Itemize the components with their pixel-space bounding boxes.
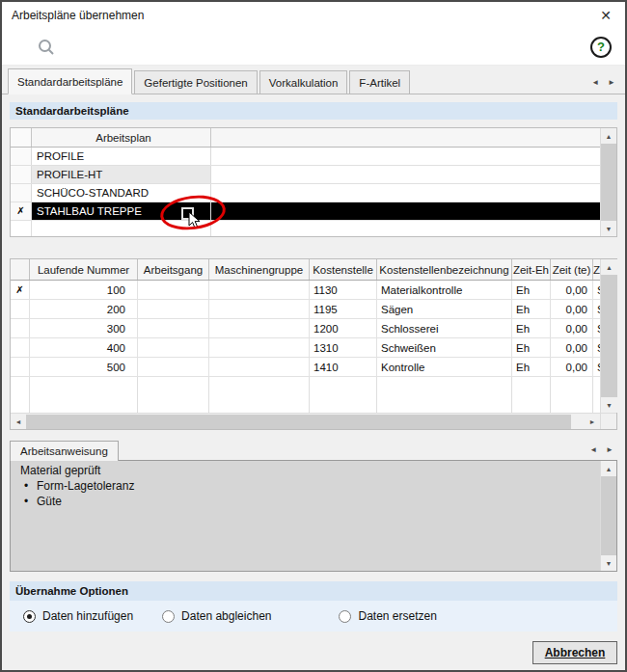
tab-nav: ◄ ► — [591, 79, 619, 94]
tab-scroll-right-icon[interactable]: ► — [606, 446, 613, 454]
tab-scroll-left-icon[interactable]: ◄ — [589, 446, 597, 454]
scroll-up-icon[interactable]: ▲ — [601, 128, 616, 144]
details-gutter-header — [11, 259, 30, 280]
radio-button-icon[interactable] — [162, 610, 175, 623]
cancel-button[interactable]: Abbrechen — [532, 641, 617, 664]
column-header-zeit-te[interactable]: Zeit (te) — [551, 259, 593, 280]
radio-button-icon[interactable] — [339, 610, 351, 623]
plan-row-stahlbau-treppe[interactable]: ✗ STAHLBAU TREPPE — [11, 202, 600, 221]
column-header-laufende-nummer[interactable]: Laufende Nummer — [30, 259, 138, 280]
scrollbar-thumb[interactable] — [601, 476, 616, 555]
scrollbar-thumb[interactable] — [26, 415, 571, 429]
column-header-maschinengruppe[interactable]: Maschinengruppe — [209, 259, 310, 280]
scroll-up-icon[interactable]: ▲ — [601, 259, 617, 275]
cell-zeit-eh: Eh — [512, 358, 551, 376]
cell-arbeitsgang — [138, 281, 209, 299]
tab-standardarbeitsplaene[interactable]: Standardarbeitspläne — [8, 68, 132, 94]
cell-arbeitsgang — [138, 300, 209, 318]
tab-arbeitsanweisung[interactable]: Arbeitsanweisung — [10, 441, 119, 461]
cell-kostenstelle: 1130 — [310, 281, 377, 299]
detail-row[interactable]: 500 1410 Kontrolle Eh 0,00 S — [11, 358, 600, 377]
detail-row[interactable]: 300 1200 Schlosserei Eh 0,00 S — [11, 319, 600, 338]
cell-zeit-te: 0,00 — [551, 300, 593, 318]
plans-vertical-scrollbar[interactable]: ▲ ▼ — [600, 128, 616, 236]
details-right-rail: ▲ ▼ — [600, 259, 616, 429]
scrollbar-thumb[interactable] — [601, 144, 616, 221]
detail-row[interactable]: 200 1195 Sägen Eh 0,00 S — [11, 300, 600, 319]
section-header-uebernahme-optionen: Übernahme Optionen — [10, 581, 617, 601]
tab-scroll-right-icon[interactable]: ► — [608, 79, 615, 87]
column-header-zeit-eh[interactable]: Zeit-Eh — [512, 259, 551, 280]
plan-row-profile[interactable]: PROFILE — [11, 148, 600, 166]
arbeitsanweisung-textbox[interactable]: Material geprüft • Form-Lagetoleranz • G… — [10, 460, 617, 572]
scroll-down-icon[interactable]: ▼ — [601, 555, 616, 571]
gridline — [309, 377, 310, 413]
plan-row-profile-ht[interactable]: PROFILE-HT — [11, 166, 600, 184]
details-grid-empty-area — [11, 377, 600, 413]
radio-button-icon[interactable] — [23, 610, 36, 623]
details-vertical-scrollbar[interactable]: ▲ ▼ — [601, 259, 617, 413]
window-title: Arbeitspläne übernehmen — [12, 9, 144, 22]
cell-clipped: S — [593, 319, 600, 337]
cell-clipped: S — [593, 300, 600, 318]
detail-row[interactable]: 400 1310 Schweißen Eh 0,00 S — [11, 338, 600, 358]
tab-vorkalkulation[interactable]: Vorkalkulation — [259, 70, 348, 94]
scrollbar-thumb[interactable] — [601, 275, 617, 397]
scroll-down-icon[interactable]: ▼ — [601, 397, 617, 413]
plan-name: STAHLBAU TREPPE — [32, 202, 211, 220]
search-icon[interactable] — [37, 38, 56, 57]
cell-clipped: S — [593, 338, 600, 357]
cell-kostenstellenbezeichnung: Schlosserei — [377, 319, 512, 337]
plan-row-schueco-standard[interactable]: SCHÜCO-STANDARD — [11, 184, 600, 202]
scroll-left-icon[interactable]: ◄ — [11, 418, 26, 425]
cell-maschinengruppe — [209, 300, 310, 318]
plans-grid-header: Arbeitsplan — [11, 128, 600, 148]
cell-arbeitsgang — [138, 358, 209, 376]
tab-gefertigte-positionen[interactable]: Gefertigte Positionen — [134, 70, 257, 94]
bullet-icon: • — [20, 495, 32, 508]
arbeitsanweisung-text: Material geprüft • Form-Lagetoleranz • G… — [11, 461, 600, 571]
cell-kostenstellenbezeichnung: Sägen — [377, 300, 512, 318]
detail-row[interactable]: ✗ 100 1130 Materialkontrolle Eh 0,00 S — [11, 281, 600, 300]
radio-daten-ersetzen[interactable]: Daten ersetzen — [339, 609, 436, 623]
plan-name: PROFILE — [32, 148, 211, 165]
help-question-glyph: ? — [597, 40, 605, 53]
column-header-kostenstelle[interactable]: Kostenstelle — [310, 259, 377, 280]
cell-zeit-te: 0,00 — [551, 319, 593, 337]
main-tab-strip: Standardarbeitspläne Gefertigte Position… — [2, 66, 625, 94]
gridline — [208, 377, 209, 413]
cell-kostenstellenbezeichnung: Schweißen — [377, 338, 512, 357]
scroll-right-icon[interactable]: ► — [585, 418, 600, 425]
scroll-down-icon[interactable]: ▼ — [601, 221, 616, 236]
scroll-up-icon[interactable]: ▲ — [601, 461, 616, 476]
cell-zeit-eh: Eh — [512, 338, 551, 357]
cell-kostenstelle: 1310 — [310, 338, 377, 357]
radio-daten-abgleichen[interactable]: Daten abgleichen — [162, 609, 271, 623]
column-header-arbeitsgang[interactable]: Arbeitsgang — [138, 259, 209, 280]
cell-zeit-te: 0,00 — [551, 358, 593, 376]
close-icon[interactable]: ✕ — [596, 9, 615, 22]
cell-zeit-eh: Eh — [512, 319, 551, 337]
anweisung-line: • Güte — [11, 494, 600, 509]
cell-zeit-te: 0,00 — [551, 338, 593, 357]
details-horizontal-scrollbar[interactable]: ◄ ► — [11, 413, 600, 429]
cell-zeit-eh: Eh — [512, 300, 551, 318]
gridline — [376, 377, 377, 413]
column-header-clipped[interactable]: Z — [593, 259, 600, 280]
row-marker-icon: ✗ — [15, 285, 23, 295]
tab-scroll-left-icon[interactable]: ◄ — [591, 79, 599, 87]
help-icon[interactable]: ? — [590, 37, 612, 58]
cell-maschinengruppe — [209, 319, 310, 337]
column-header-arbeitsplan[interactable]: Arbeitsplan — [32, 128, 211, 147]
arbeitsanweisung-tab-strip: Arbeitsanweisung ◄ ► — [10, 439, 617, 460]
bullet-icon: • — [20, 479, 32, 493]
plans-grid-empty-area — [11, 221, 600, 236]
column-header-kostenstellenbezeichnung[interactable]: Kostenstellenbezeichnung — [377, 259, 512, 280]
plans-gutter-header — [11, 128, 32, 147]
options-radio-group: Daten hinzufügen Daten abgleichen Daten … — [10, 601, 617, 632]
anweisung-vertical-scrollbar[interactable]: ▲ ▼ — [600, 461, 616, 571]
radio-daten-hinzufuegen[interactable]: Daten hinzufügen — [23, 609, 133, 623]
cell-laufende-nummer: 100 — [30, 281, 138, 299]
tab-f-artikel[interactable]: F-Artikel — [349, 70, 410, 94]
anweisung-line: • Form-Lagetoleranz — [11, 478, 600, 494]
